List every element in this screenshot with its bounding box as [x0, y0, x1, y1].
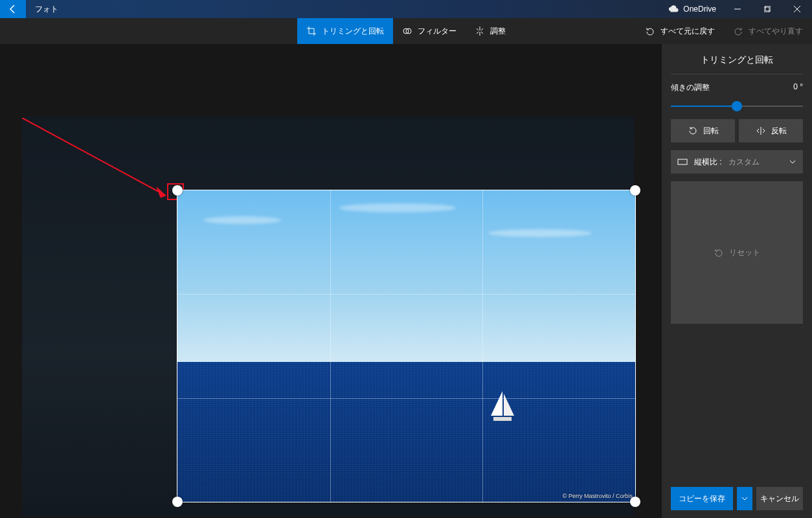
restore-icon	[764, 6, 771, 12]
svg-rect-8	[493, 417, 512, 421]
svg-marker-6	[491, 391, 502, 416]
rotate-icon	[688, 126, 698, 136]
aspect-icon	[677, 157, 688, 167]
tab-filter-label: フィルター	[418, 26, 457, 37]
rotate-label: 回転	[703, 126, 719, 137]
cancel-button[interactable]: キャンセル	[756, 487, 803, 510]
slider-thumb[interactable]	[732, 101, 742, 111]
crop-icon	[306, 26, 317, 36]
adjust-icon	[475, 26, 485, 36]
image-credit: © Perry Mastrovito / Corbis	[563, 493, 633, 499]
tab-adjust[interactable]: 調整	[466, 18, 515, 44]
panel-title: トリミングと回転	[671, 54, 803, 66]
close-icon	[794, 6, 800, 12]
crop-handle-tr[interactable]	[630, 185, 640, 196]
divider	[671, 74, 803, 74]
side-panel: トリミングと回転 傾きの調整 0 ° 回転 反転 縦横比 : カスタム	[662, 44, 812, 518]
svg-marker-7	[504, 394, 514, 416]
app-title: フォト	[26, 0, 67, 18]
back-button[interactable]	[0, 0, 26, 18]
redo-icon	[733, 26, 743, 36]
tab-crop-rotate[interactable]: トリミングと回転	[297, 18, 393, 44]
svg-rect-1	[765, 6, 771, 11]
crop-handle-tl[interactable]	[172, 185, 183, 196]
onedrive-button[interactable]: OneDrive	[661, 0, 723, 18]
maximize-button[interactable]	[752, 0, 782, 18]
rotate-button[interactable]: 回転	[671, 119, 735, 142]
arrow-left-icon	[8, 4, 18, 14]
close-button[interactable]	[782, 0, 812, 18]
cancel-label: キャンセル	[760, 493, 799, 504]
aspect-ratio-dropdown[interactable]: 縦横比 : カスタム	[671, 150, 803, 174]
aspect-value: カスタム	[728, 157, 760, 168]
reset-button[interactable]: リセット	[671, 181, 803, 324]
save-copy-button[interactable]: コピーを保存	[671, 487, 733, 510]
save-copy-dropdown[interactable]	[737, 487, 752, 510]
onedrive-label: OneDrive	[683, 5, 716, 14]
tilt-value: 0 °	[793, 82, 803, 93]
cloud-icon	[668, 3, 679, 15]
toolbar: トリミングと回転 フィルター 調整 すべて元に戻す すべてやり直す	[0, 18, 812, 44]
flip-icon	[756, 126, 766, 136]
tab-filter[interactable]: フィルター	[393, 18, 466, 44]
crop-rectangle[interactable]: © Perry Mastrovito / Corbis	[177, 190, 635, 502]
tilt-label: 傾きの調整	[671, 82, 710, 93]
filter-icon	[402, 26, 412, 36]
sailboat	[488, 390, 518, 429]
undo-icon	[645, 26, 655, 36]
tilt-slider[interactable]	[671, 101, 803, 111]
minimize-icon	[734, 6, 741, 12]
body: © Perry Mastrovito / Corbis トリミングと回転 傾きの…	[0, 44, 812, 518]
flip-button[interactable]: 反転	[739, 119, 803, 142]
crop-handle-bl[interactable]	[172, 497, 183, 507]
reset-label: リセット	[729, 247, 760, 258]
reset-icon	[714, 247, 724, 258]
chevron-down-icon	[789, 158, 796, 166]
title-bar: フォト OneDrive	[0, 0, 812, 18]
svg-rect-9	[678, 159, 687, 164]
svg-rect-0	[764, 7, 769, 12]
tab-adjust-label: 調整	[490, 26, 506, 37]
tab-crop-label: トリミングと回転	[322, 26, 384, 37]
aspect-label: 縦横比 :	[694, 157, 722, 168]
undo-all-button[interactable]: すべて元に戻す	[636, 18, 724, 44]
annotation-arrow	[22, 118, 181, 205]
canvas-area[interactable]: © Perry Mastrovito / Corbis	[0, 44, 662, 518]
flip-label: 反転	[771, 126, 787, 137]
crop-handle-br[interactable]	[630, 497, 640, 507]
save-label: コピーを保存	[679, 493, 725, 504]
minimize-button[interactable]	[723, 0, 752, 18]
redo-all-label: すべてやり直す	[749, 26, 803, 37]
chevron-down-icon	[741, 495, 749, 502]
svg-line-4	[22, 118, 166, 196]
photo-image: © Perry Mastrovito / Corbis	[177, 190, 635, 502]
redo-all-button[interactable]: すべてやり直す	[724, 18, 812, 44]
undo-all-label: すべて元に戻す	[660, 26, 715, 37]
svg-marker-5	[157, 187, 166, 197]
